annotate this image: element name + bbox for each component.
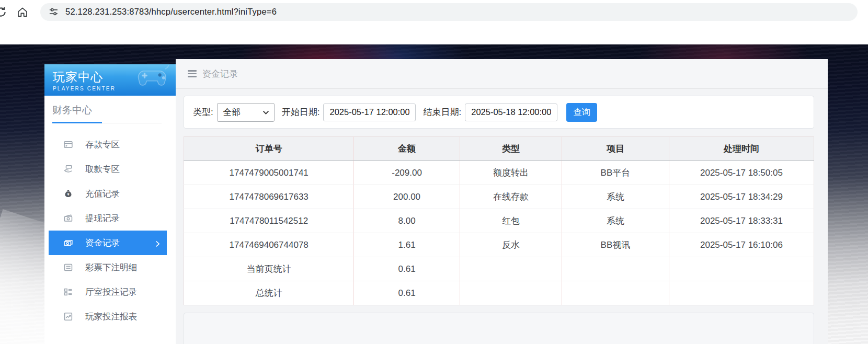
main-content: 资金记录 类型: 全部 开始日期: 结束日期: 查询 订单号金额类型项目处理时间 <box>176 59 828 344</box>
table-row: 17474780115425128.00红包系统2025-05-17 18:33… <box>184 209 814 233</box>
sidebar-item-label: 提现记录 <box>85 213 120 224</box>
sidebar-item-label: 厅室投注记录 <box>85 286 137 298</box>
table-cell: 1747479005001741 <box>184 161 354 185</box>
table-cell: 0.61 <box>354 281 460 305</box>
column-header: 处理时间 <box>669 137 814 161</box>
table-cell: 1747469406744078 <box>184 233 354 257</box>
filter-panel: 类型: 全部 开始日期: 结束日期: 查询 <box>184 96 814 129</box>
table-cell: 总统计 <box>184 281 354 305</box>
table-cell: 红包 <box>460 209 562 233</box>
table-cell <box>669 257 814 281</box>
sidebar-item-label: 取款专区 <box>85 164 120 175</box>
content-header: 资金记录 <box>176 59 828 89</box>
money-bag-icon: ¥ <box>63 189 73 199</box>
sidebar: 玩家中心 PLAYERS CENTER 财务中心 <box>44 64 176 344</box>
address-bar[interactable]: 52.128.231.253:8783/hhcp/usercenter.html… <box>40 3 858 21</box>
report-chart-icon <box>63 312 73 322</box>
table-cell: 2025-05-17 18:50:05 <box>669 161 814 185</box>
site-settings-icon[interactable] <box>49 7 59 17</box>
sidebar-item-cash-envelope[interactable]: 提现记录 <box>44 206 176 231</box>
cash-envelope-icon <box>63 213 73 223</box>
summary-row: 当前页统计0.61 <box>184 257 814 281</box>
end-date-label: 结束日期: <box>423 106 461 118</box>
sidebar-item-label: 彩票下注明细 <box>85 262 137 273</box>
sidebar-item-label: 充值记录 <box>85 188 120 200</box>
players-center-banner: 玩家中心 PLAYERS CENTER <box>44 64 176 96</box>
pagination-panel <box>184 313 814 344</box>
chevron-right-icon <box>155 239 160 249</box>
withdraw-hand-icon <box>63 164 73 174</box>
deposit-card-icon <box>63 140 73 150</box>
browser-toolbar: 52.128.231.253:8783/hhcp/usercenter.html… <box>0 0 868 24</box>
summary-row: 总统计0.61 <box>184 281 814 305</box>
table-cell: BB平台 <box>562 161 669 185</box>
page-background: 玩家中心 PLAYERS CENTER 财务中心 <box>0 44 868 344</box>
table-cell <box>562 257 669 281</box>
table-cell: 2025-05-17 18:33:31 <box>669 209 814 233</box>
start-date-input[interactable] <box>323 104 416 121</box>
sidebar-item-withdraw-hand[interactable]: 取款专区 <box>44 157 176 181</box>
table-cell: 8.00 <box>354 209 460 233</box>
reload-icon[interactable] <box>0 6 8 18</box>
table-cell: 0.61 <box>354 257 460 281</box>
table-cell: 在线存款 <box>460 185 562 209</box>
column-header: 类型 <box>460 137 562 161</box>
table-cell: 系统 <box>562 209 669 233</box>
table-header-row: 订单号金额类型项目处理时间 <box>184 137 814 161</box>
hall-bet-icon <box>63 287 73 297</box>
gamepad-icon <box>134 65 172 94</box>
funds-record-icon <box>63 238 73 248</box>
table-cell: 1747478011542512 <box>184 209 354 233</box>
table-cell <box>460 281 562 305</box>
table-row: 1747479005001741-209.00额度转出BB平台2025-05-1… <box>184 161 814 185</box>
sidebar-item-lottery-detail[interactable]: 彩票下注明细 <box>44 255 176 280</box>
table-cell <box>460 257 562 281</box>
sidebar-item-deposit-card[interactable]: 存款专区 <box>44 132 176 157</box>
table-cell: 200.00 <box>354 185 460 209</box>
query-button[interactable]: 查询 <box>566 103 597 122</box>
type-label: 类型: <box>193 106 213 118</box>
table-cell: 当前页统计 <box>184 257 354 281</box>
section-underline <box>52 122 168 123</box>
sidebar-item-money-bag[interactable]: ¥充值记录 <box>44 181 176 206</box>
table-cell: -209.00 <box>354 161 460 185</box>
table-row: 1747478069617633200.00在线存款系统2025-05-17 1… <box>184 185 814 209</box>
table-cell: 反水 <box>460 233 562 257</box>
app-window: 玩家中心 PLAYERS CENTER 财务中心 <box>44 59 828 344</box>
start-date-label: 开始日期: <box>282 106 320 118</box>
table-cell: BB视讯 <box>562 233 669 257</box>
sidebar-item-label: 玩家投注报表 <box>85 311 137 323</box>
page-title: 资金记录 <box>202 68 238 80</box>
table-cell: 2025-05-17 16:10:06 <box>669 233 814 257</box>
table-cell <box>562 281 669 305</box>
chevron-down-icon <box>262 107 269 117</box>
type-select[interactable]: 全部 <box>217 103 275 122</box>
table-cell: 额度转出 <box>460 161 562 185</box>
table-cell: 1.61 <box>354 233 460 257</box>
sidebar-item-report-chart[interactable]: 玩家投注报表 <box>44 304 176 329</box>
sidebar-item-label: 资金记录 <box>85 237 120 249</box>
menu-toggle-icon[interactable] <box>188 70 197 77</box>
home-icon[interactable] <box>16 6 29 18</box>
column-header: 订单号 <box>184 137 354 161</box>
url-text: 52.128.231.253:8783/hhcp/usercenter.html… <box>65 7 277 17</box>
sidebar-section: 财务中心 <box>44 96 176 123</box>
table-row: 17474694067440781.61反水BB视讯2025-05-17 16:… <box>184 233 814 257</box>
column-header: 项目 <box>562 137 669 161</box>
table-cell: 系统 <box>562 185 669 209</box>
table-cell: 2025-05-17 18:34:29 <box>669 185 814 209</box>
end-date-input[interactable] <box>465 104 557 121</box>
table-cell <box>669 281 814 305</box>
table-cell: 1747478069617633 <box>184 185 354 209</box>
sidebar-item-label: 存款专区 <box>85 139 120 151</box>
finance-center-heading: 财务中心 <box>52 104 168 117</box>
records-table: 订单号金额类型项目处理时间 1747479005001741-209.00额度转… <box>184 136 814 305</box>
sidebar-item-funds-record[interactable]: 资金记录 <box>49 231 167 255</box>
type-select-value: 全部 <box>223 107 241 118</box>
sidebar-item-hall-bet[interactable]: 厅室投注记录 <box>44 280 176 304</box>
toolbar-spacer <box>0 24 868 44</box>
sidebar-menu: 存款专区取款专区¥充值记录提现记录资金记录彩票下注明细厅室投注记录玩家投注报表 <box>44 132 176 329</box>
lottery-detail-icon <box>63 262 73 272</box>
column-header: 金额 <box>354 137 460 161</box>
